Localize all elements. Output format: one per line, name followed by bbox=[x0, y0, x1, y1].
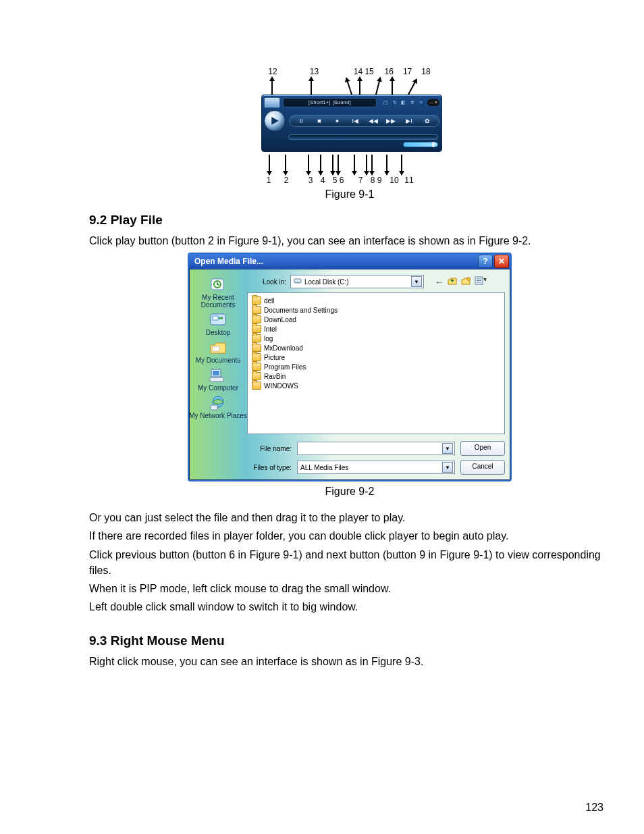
folder-icon bbox=[252, 315, 261, 323]
info-icon[interactable]: ≡ bbox=[417, 100, 425, 105]
folder-icon bbox=[252, 306, 261, 314]
label-1: 1 bbox=[261, 176, 276, 184]
folder-icon bbox=[252, 334, 261, 342]
my-computer-icon bbox=[208, 367, 228, 384]
player-controls-row: II ■ ● I◀ ◀◀ ▶▶ ▶I ✿ bbox=[264, 110, 439, 132]
filetype-value: ALL Media Files bbox=[300, 464, 348, 471]
file-list[interactable]: dell Documents and Settings DownLoad Int… bbox=[247, 292, 505, 434]
arrow-down bbox=[338, 155, 339, 175]
lookin-combo[interactable]: Local Disk (C:) ▼ bbox=[290, 275, 424, 288]
help-button[interactable]: ? bbox=[478, 255, 493, 268]
record-icon[interactable]: ● bbox=[333, 118, 342, 124]
list-item[interactable]: Program Files bbox=[252, 362, 500, 371]
list-item-label: DownLoad bbox=[264, 316, 296, 323]
list-item-label: RavBin bbox=[264, 373, 286, 380]
dialog-titlebar[interactable]: Open Media File... ? ✕ bbox=[189, 254, 510, 269]
sidebar-item-network[interactable]: My Network Places bbox=[189, 394, 247, 419]
sidebar-item-mycomputer[interactable]: My Computer bbox=[198, 367, 238, 392]
player-close-button[interactable]: —✕ bbox=[427, 99, 439, 106]
list-item[interactable]: DownLoad bbox=[252, 315, 500, 324]
folder-icon bbox=[252, 296, 261, 305]
close-button[interactable]: ✕ bbox=[494, 255, 509, 268]
sidebar-item-recent[interactable]: My Recent Documents bbox=[189, 276, 247, 309]
arrow-down bbox=[308, 155, 309, 175]
sidebar-item-mydocs[interactable]: My Documents bbox=[196, 339, 241, 364]
para-bigwin: Left double click small window to switch… bbox=[89, 599, 610, 615]
list-item[interactable]: WINDOWS bbox=[252, 381, 500, 390]
para-autoplay: If there are recorded files in player fo… bbox=[89, 528, 610, 544]
next-icon[interactable]: ▶I bbox=[404, 118, 414, 124]
filename-row: File name: ▼ Open bbox=[247, 441, 505, 456]
player-top-row: [Short1+] [Sound] ▢ ↻ ◧ ✲ ≡ —✕ bbox=[264, 97, 439, 108]
cancel-button[interactable]: Cancel bbox=[460, 460, 505, 475]
page: 12 13 14 15 16 17 18 [Sh bbox=[0, 0, 644, 834]
repeat-icon[interactable]: ↻ bbox=[391, 100, 398, 105]
lookin-label: Look in: bbox=[247, 278, 286, 286]
sidebar-label: My Documents bbox=[196, 357, 241, 364]
filetype-combo[interactable]: ALL Media Files ▼ bbox=[297, 461, 455, 474]
list-item[interactable]: log bbox=[252, 334, 500, 343]
snapshot-icon[interactable]: ◧ bbox=[400, 100, 407, 105]
step-fwd-icon[interactable]: ▶▶ bbox=[386, 118, 396, 124]
view-menu-icon[interactable] bbox=[475, 276, 487, 287]
folder-icon bbox=[252, 382, 261, 390]
up-folder-icon[interactable] bbox=[448, 276, 457, 287]
list-item-label: MxDownload bbox=[264, 344, 303, 352]
sidebar-item-desktop[interactable]: Desktop bbox=[206, 311, 231, 336]
play-button[interactable] bbox=[264, 110, 286, 132]
settings-icon[interactable]: ✿ bbox=[423, 118, 432, 124]
filename-field[interactable]: ▼ bbox=[297, 442, 455, 455]
open-button[interactable]: Open bbox=[460, 441, 505, 456]
arrow-down bbox=[285, 155, 286, 175]
player-diagram: 12 13 14 15 16 17 18 [Sh bbox=[261, 68, 438, 184]
label-12: 12 bbox=[266, 68, 279, 76]
arrow-down bbox=[401, 155, 402, 175]
label-89: 8 9 bbox=[367, 176, 385, 184]
list-item[interactable]: MxDownload bbox=[252, 343, 500, 353]
label-11: 11 bbox=[402, 176, 417, 184]
svg-rect-12 bbox=[295, 282, 300, 283]
figure-9-2-caption: Figure 9-2 bbox=[89, 486, 610, 498]
list-item[interactable]: Documents and Settings bbox=[252, 305, 500, 315]
volume-bar[interactable] bbox=[403, 142, 438, 147]
back-icon[interactable]: ← bbox=[435, 277, 444, 287]
svg-marker-15 bbox=[483, 278, 487, 281]
chevron-down-icon[interactable]: ▼ bbox=[411, 276, 422, 287]
arrow-down bbox=[332, 155, 333, 175]
gear-icon[interactable]: ✲ bbox=[408, 100, 416, 105]
list-item[interactable]: RavBin bbox=[252, 371, 500, 381]
folder-icon bbox=[252, 325, 261, 333]
list-item-label: Documents and Settings bbox=[264, 307, 338, 314]
list-item[interactable]: Picture bbox=[252, 353, 500, 362]
para-prevnext: Click previous button (button 6 in Figur… bbox=[89, 547, 610, 578]
para-9-3-intro: Right click mouse, you can see an interf… bbox=[89, 654, 610, 669]
fig1-top-labels: 12 13 14 15 16 17 18 bbox=[261, 68, 438, 77]
player-menu-button[interactable] bbox=[264, 97, 280, 108]
progress-bar[interactable] bbox=[288, 134, 438, 140]
prev-icon[interactable]: I◀ bbox=[350, 118, 360, 124]
pip-icon[interactable]: ▢ bbox=[382, 100, 390, 105]
recent-docs-icon bbox=[208, 276, 228, 294]
chevron-down-icon[interactable]: ▼ bbox=[442, 443, 453, 454]
page-number: 123 bbox=[585, 802, 603, 814]
filename-label: File name: bbox=[247, 445, 292, 452]
fig1-bottom-labels: 1 2 3 4 5 6 7 8 9 10 11 bbox=[261, 176, 438, 184]
dialog-title: Open Media File... bbox=[194, 257, 477, 266]
sidebar-label: My Recent Documents bbox=[189, 294, 247, 309]
list-item[interactable]: dell bbox=[252, 296, 500, 305]
new-folder-icon[interactable] bbox=[461, 276, 471, 287]
pause-icon[interactable]: II bbox=[296, 118, 306, 124]
dialog-body: My Recent Documents Desktop My Documents bbox=[189, 269, 510, 480]
chevron-down-icon[interactable]: ▼ bbox=[442, 462, 453, 473]
para-pip: When it is PIP mode, left click mouse to… bbox=[89, 581, 610, 596]
label-2: 2 bbox=[279, 176, 294, 184]
svg-point-13 bbox=[467, 278, 471, 281]
stop-icon[interactable]: ■ bbox=[315, 118, 324, 124]
arrow-up bbox=[392, 77, 393, 95]
lookin-row: Look in: Local Disk (C:) ▼ ← bbox=[247, 275, 505, 288]
list-item[interactable]: Intel bbox=[252, 324, 500, 334]
sidebar-label: My Computer bbox=[198, 384, 238, 392]
filetype-row: Files of type: ALL Media Files ▼ Cancel bbox=[247, 460, 505, 475]
svg-rect-10 bbox=[211, 405, 217, 410]
step-back-icon[interactable]: ◀◀ bbox=[369, 118, 378, 124]
